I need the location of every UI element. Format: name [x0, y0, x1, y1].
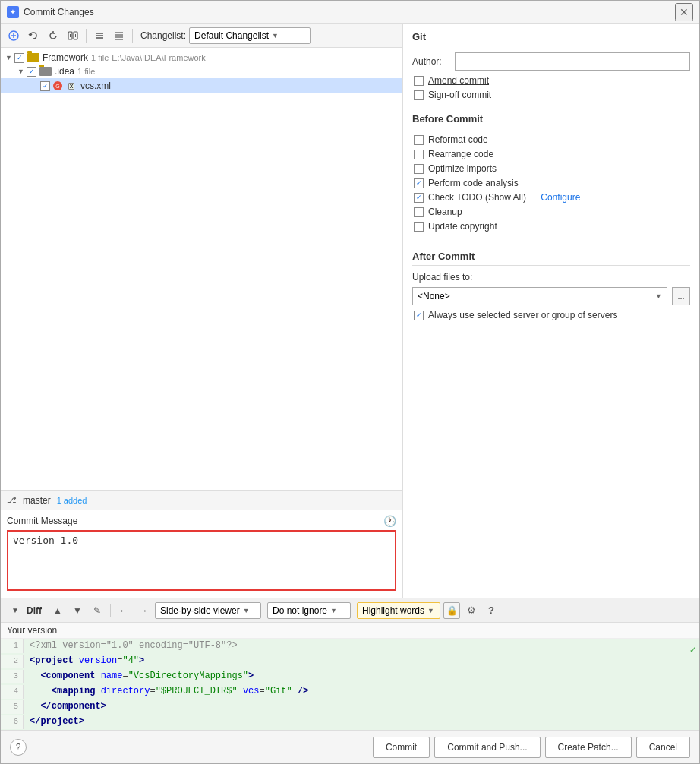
upload-select[interactable]: <None> ▼	[412, 287, 667, 305]
rearrange-checkbox[interactable]	[414, 150, 424, 159]
code-line-6: 6 </project>	[1, 715, 699, 730]
help-button[interactable]: ?	[10, 739, 27, 756]
code-line-5: 5 </component>	[1, 699, 699, 715]
refresh-button[interactable]	[45, 27, 61, 44]
vcs-checkbox[interactable]	[40, 81, 50, 91]
changelist-dropdown[interactable]: Default Changelist ▼	[189, 27, 311, 44]
optimize-label: Optimize imports	[428, 163, 497, 174]
always-use-checkbox[interactable]	[414, 311, 424, 320]
chevron-down-icon: ▼	[272, 32, 279, 39]
line-content: <?xml version="1.0" encoding="UTF-8"?>	[24, 639, 244, 653]
help-icon[interactable]: ?	[483, 602, 500, 619]
ignore-value: Do not ignore	[273, 605, 327, 616]
branch-name: master	[23, 495, 51, 506]
expand-icon: ▼	[17, 68, 25, 75]
history-icon[interactable]: 🕐	[383, 515, 396, 527]
commit-changes-window: ✦ Commit Changes ✕	[0, 0, 700, 764]
gear-icon[interactable]: ⚙	[463, 602, 480, 619]
highlight-dropdown[interactable]: Highlight words ▼	[357, 602, 440, 619]
changelist-value: Default Changelist	[194, 30, 269, 41]
diff-edit-button[interactable]: ✎	[89, 602, 106, 619]
vcs-name: vcs.xml	[80, 81, 111, 91]
undo-button[interactable]	[25, 27, 42, 44]
ignore-dropdown[interactable]: Do not ignore ▼	[267, 602, 351, 619]
author-input[interactable]	[455, 52, 690, 71]
tree-item-idea[interactable]: ▼ .idea 1 file	[1, 65, 402, 78]
separator-1	[86, 29, 87, 43]
sign-off-row: Sign-off commit	[412, 90, 690, 100]
collapse-all-button[interactable]	[91, 27, 108, 44]
reformat-label: Reformat code	[428, 134, 488, 145]
file-tree: ▼ Framework 1 file E:\Java\IDEA\Framewor…	[1, 48, 402, 490]
cleanup-label: Cleanup	[428, 207, 462, 217]
cleanup-row: Cleanup	[412, 207, 690, 217]
framework-checkbox[interactable]	[14, 53, 24, 63]
update-copyright-checkbox[interactable]	[414, 222, 424, 232]
tree-item-vcs[interactable]: ▶ G X vcs.xml	[1, 78, 402, 93]
line-number: 2	[1, 655, 24, 668]
diff-title: Diff	[27, 605, 42, 616]
tree-item-framework[interactable]: ▼ Framework 1 file E:\Java\IDEA\Framewor…	[1, 51, 402, 65]
framework-path: E:\Java\IDEA\Framework	[112, 53, 205, 62]
changelist-label: Changelist:	[140, 30, 186, 41]
separator-2	[132, 29, 133, 43]
git-icon: G	[53, 81, 62, 90]
diff-collapse-button[interactable]: ▼	[7, 602, 24, 619]
browse-button[interactable]: ...	[672, 287, 690, 305]
upload-row: Upload files to:	[412, 272, 690, 283]
git-section-title: Git	[412, 31, 690, 46]
add-button[interactable]	[5, 27, 22, 44]
main-area: Changelist: Default Changelist ▼ ▼ Frame…	[1, 24, 699, 598]
cancel-button[interactable]: Cancel	[636, 737, 690, 758]
commit-button[interactable]: Commit	[373, 737, 430, 758]
optimize-row: Optimize imports	[412, 163, 690, 174]
left-panel: Changelist: Default Changelist ▼ ▼ Frame…	[1, 24, 403, 598]
diff-forward-button[interactable]: →	[135, 602, 152, 619]
create-patch-button[interactable]: Create Patch...	[545, 737, 632, 758]
configure-link[interactable]: Configure	[541, 192, 580, 203]
diff-back-button[interactable]: ←	[115, 602, 132, 619]
before-commit-section: Before Commit Reformat code Rearrange co…	[412, 113, 690, 235]
viewer-dropdown[interactable]: Side-by-side viewer ▼	[155, 602, 261, 619]
line-content: </project>	[24, 715, 90, 729]
title-bar-left: ✦ Commit Changes	[7, 6, 94, 18]
code-line-4: 4 <mapping directory="$PROJECT_DIR$" vcs…	[1, 684, 699, 699]
update-copyright-row: Update copyright	[412, 221, 690, 232]
diff-content: Your version 1 <?xml version="1.0" encod…	[1, 623, 699, 730]
optimize-checkbox[interactable]	[414, 164, 424, 174]
reformat-row: Reformat code	[412, 134, 690, 145]
close-button[interactable]: ✕	[675, 3, 693, 21]
expand-icon: ▼	[5, 54, 13, 62]
viewer-value: Side-by-side viewer	[160, 605, 240, 616]
framework-meta: 1 file	[91, 53, 109, 62]
commit-message-input[interactable]: version-1.0	[7, 530, 396, 591]
line-content: <project version="4">	[24, 654, 150, 668]
sign-off-label: Sign-off commit	[428, 90, 491, 100]
sign-off-checkbox[interactable]	[414, 90, 424, 100]
chevron-down-icon: ▼	[243, 607, 250, 614]
status-bar: ⎇ master 1 added	[1, 490, 402, 510]
expand-all-button[interactable]	[111, 27, 128, 44]
amend-commit-row: Amend commit	[412, 75, 690, 86]
folder-icon	[27, 53, 39, 62]
commit-message-label: Commit Message	[7, 516, 77, 526]
amend-commit-checkbox[interactable]	[414, 76, 424, 86]
perform-checkbox[interactable]	[414, 178, 424, 188]
move-button[interactable]	[65, 27, 81, 44]
rearrange-label: Rearrange code	[428, 149, 493, 159]
checkmark-icon: ✓	[690, 642, 696, 658]
commit-push-button[interactable]: Commit and Push...	[434, 737, 540, 758]
diff-separator-1	[110, 604, 111, 617]
perform-row: Perform code analysis	[412, 178, 690, 188]
idea-checkbox[interactable]	[27, 67, 36, 77]
idea-meta: 1 file	[77, 67, 95, 76]
reformat-checkbox[interactable]	[414, 135, 424, 145]
always-use-row: Always use selected server or group of s…	[412, 310, 690, 320]
upload-select-row: <None> ▼ ...	[412, 287, 690, 305]
lock-icon[interactable]: 🔒	[443, 602, 460, 619]
cleanup-checkbox[interactable]	[414, 207, 424, 217]
app-icon: ✦	[7, 6, 19, 18]
diff-down-button[interactable]: ▼	[69, 602, 86, 619]
check-todo-checkbox[interactable]	[414, 193, 424, 203]
diff-up-button[interactable]: ▲	[49, 602, 66, 619]
